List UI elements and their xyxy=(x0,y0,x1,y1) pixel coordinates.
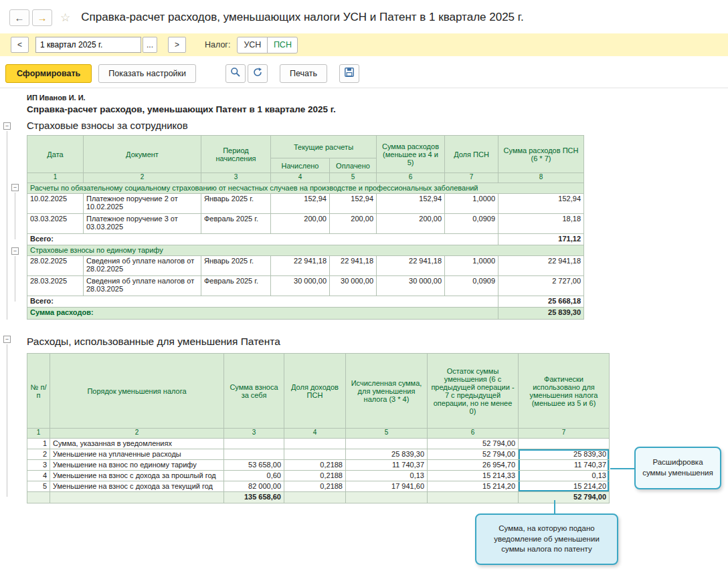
table-row: 2 Уменьшение на уплаченные расходы 25 83… xyxy=(27,449,610,460)
highlighted-cell: 15 214,20 xyxy=(519,481,610,492)
cell: 0,60 xyxy=(224,471,284,481)
cell: 2 xyxy=(27,449,50,460)
total-self-contribution: 135 658,60 xyxy=(224,492,284,503)
search-icon xyxy=(230,67,241,80)
cell xyxy=(224,439,284,449)
refresh-search-button[interactable] xyxy=(248,64,268,83)
col-number: 3 xyxy=(201,173,271,183)
highlighted-cell: 0,13 xyxy=(519,471,610,481)
table-row: 28.02.2025 Сведения об уплате налогов от… xyxy=(27,256,584,276)
cell xyxy=(224,449,284,460)
grand-total-label: Сумма расходов: xyxy=(27,308,498,320)
collapse-toggle-section1[interactable]: − xyxy=(3,122,11,130)
column-numbers-row: 1 2 3 4 5 6 7 xyxy=(27,429,610,439)
grand-total-row: Сумма расходов: 25 839,30 xyxy=(27,308,584,320)
cell: 03.03.2025 xyxy=(27,214,84,234)
group-rail-line xyxy=(15,256,15,302)
cell: 22 941,18 xyxy=(330,256,377,276)
total-value: 25 668,18 xyxy=(498,296,584,308)
group-header-row: Расчеты по обязательному социальному стр… xyxy=(27,183,584,194)
tax-usn-button[interactable]: УСН xyxy=(237,37,268,53)
col-header-paid: Оплачено xyxy=(330,158,377,173)
cell: Сведения об уплате налогов от 28.03.2025 xyxy=(84,276,201,296)
grand-total-value: 25 839,30 xyxy=(498,308,584,320)
callout-connector xyxy=(610,468,634,469)
col-header-row-number: № п/п xyxy=(27,354,50,429)
cell: 4 xyxy=(27,471,50,481)
period-picker-button[interactable]: ... xyxy=(143,37,157,53)
col-number: 3 xyxy=(224,429,284,439)
back-button[interactable]: ← xyxy=(9,9,29,26)
group-rail-line xyxy=(7,131,7,320)
col-number: 5 xyxy=(346,429,428,439)
cell: Платежное поручение 2 от 10.02.2025 xyxy=(84,194,201,214)
page-title: Справка-расчет расходов, уменьшающих нал… xyxy=(81,11,523,24)
save-button[interactable] xyxy=(339,64,359,83)
cell: 15 214,20 xyxy=(428,481,519,492)
next-period-button[interactable]: > xyxy=(168,37,186,53)
cell: 200,00 xyxy=(330,214,377,234)
column-numbers-row: 1 2 3 4 5 6 7 8 xyxy=(27,173,584,183)
collapse-toggle-section2[interactable]: − xyxy=(3,336,11,343)
cell: 152,94 xyxy=(271,194,330,214)
cell: 17 941,60 xyxy=(346,481,428,492)
group-total-row: Всего: 171,12 xyxy=(27,234,584,245)
cell: 0,0909 xyxy=(445,214,498,234)
report-title: Справка-расчет расходов, уменьшающих Пат… xyxy=(27,104,728,114)
cell: 18,18 xyxy=(498,214,584,234)
period-toolbar: < ... > Налог: УСН ПСН xyxy=(0,33,728,56)
col-number: 4 xyxy=(271,173,330,183)
col-header-period: Период начисления xyxy=(201,136,271,173)
table-row: 28.03.2025 Сведения об уплате налогов от… xyxy=(27,276,584,296)
collapse-toggle-group2[interactable]: − xyxy=(11,247,19,255)
cell: Уменьшение на взнос с дохода за прошлый … xyxy=(50,471,224,481)
col-header-income-share: Доля доходов ПСН xyxy=(284,354,346,429)
search-button[interactable] xyxy=(225,64,246,83)
cell xyxy=(284,439,346,449)
tax-psn-button[interactable]: ПСН xyxy=(267,37,298,53)
print-button[interactable]: Печать xyxy=(280,64,327,83)
total-notified-amount: 52 794,00 xyxy=(519,492,610,503)
cell: Уменьшение на взнос по единому тарифу xyxy=(50,460,224,471)
prev-period-button[interactable]: < xyxy=(11,37,29,53)
period-input[interactable] xyxy=(35,37,141,53)
cell: 26 954,70 xyxy=(428,460,519,471)
titlebar: ← → ☆ Справка-расчет расходов, уменьшающ… xyxy=(0,0,728,31)
group-header-label: Страховые взносы по единому тарифу xyxy=(27,245,584,256)
cell: 152,94 xyxy=(377,194,445,214)
total-label: Всего: xyxy=(27,296,498,308)
cell: 30 000,00 xyxy=(377,276,445,296)
group-rail-line xyxy=(7,344,7,497)
cell: 3 xyxy=(27,460,50,471)
col-number: 7 xyxy=(445,173,498,183)
cell: Платежное поручение 3 от 03.03.2025 xyxy=(84,214,201,234)
group-rail-line xyxy=(15,193,15,239)
tax-label: Налог: xyxy=(205,40,230,49)
collapse-toggle-group1[interactable]: − xyxy=(11,184,19,191)
cell: 30 000,00 xyxy=(330,276,377,296)
cell: 0,2188 xyxy=(284,460,346,471)
cell: Уменьшение на уплаченные расходы xyxy=(50,449,224,460)
cell: Январь 2025 г. xyxy=(201,194,271,214)
cell: Уменьшение на взнос с дохода за текущий … xyxy=(50,481,224,492)
report-area: ИП Иванов И. И. Справка-расчет расходов,… xyxy=(0,88,728,503)
group-header-row: Страховые взносы по единому тарифу xyxy=(27,245,584,256)
cell: 152,94 xyxy=(498,194,584,214)
group-header-label: Расчеты по обязательному социальному стр… xyxy=(27,183,584,194)
totals-row: 135 658,60 52 794,00 xyxy=(27,492,610,503)
forward-button[interactable]: → xyxy=(32,9,52,26)
col-header-document: Документ xyxy=(84,136,201,173)
favorite-star-icon[interactable]: ☆ xyxy=(60,11,70,25)
cell: 0,2188 xyxy=(284,481,346,492)
cell: 1 xyxy=(27,439,50,449)
cell: 25 839,30 xyxy=(346,449,428,460)
cell: 0,2188 xyxy=(284,471,346,481)
show-settings-button[interactable]: Показать настройки xyxy=(98,64,196,83)
generate-button[interactable]: Сформировать xyxy=(5,64,92,83)
col-header-current-calculations: Текущие расчеты xyxy=(271,136,377,158)
col-number: 6 xyxy=(377,173,445,183)
highlighted-cell: 25 839,30 xyxy=(519,449,610,460)
cell xyxy=(519,439,610,449)
section-title-contributions: Страховые взносы за сотрудников xyxy=(27,120,728,131)
col-header-actually-used: Фактически использовано для уменьшения н… xyxy=(519,354,610,429)
